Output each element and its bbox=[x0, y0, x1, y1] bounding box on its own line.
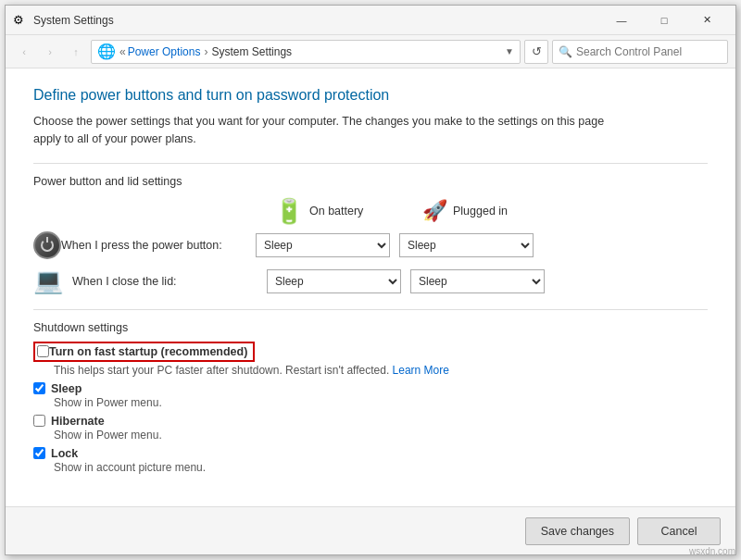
fast-startup-label: Turn on fast startup (recommended) bbox=[49, 345, 247, 358]
minimize-button[interactable]: — bbox=[600, 6, 643, 35]
window-title: System Settings bbox=[33, 14, 600, 27]
breadcrumb-globe-icon: 🌐 bbox=[97, 43, 116, 60]
header-plugged: 🚀 Plugged in bbox=[422, 197, 571, 226]
hibernate-row: Hibernate Show in Power menu. bbox=[33, 415, 708, 442]
breadcrumb-current: System Settings bbox=[211, 45, 292, 58]
back-button[interactable]: ‹ bbox=[13, 41, 35, 63]
page-heading: Define power buttons and turn on passwor… bbox=[33, 87, 708, 104]
fast-startup-checkbox[interactable] bbox=[37, 345, 49, 357]
hibernate-description: Show in Power menu. bbox=[54, 429, 708, 442]
breadcrumb-dropdown-button[interactable]: ▼ bbox=[505, 46, 514, 56]
sleep-label: Sleep bbox=[51, 382, 82, 395]
power-button-row: When I press the power button: Do nothin… bbox=[33, 231, 708, 259]
breadcrumb-separator: › bbox=[204, 45, 207, 58]
power-button-plugged-select[interactable]: Do nothing Sleep Hibernate Shut down bbox=[399, 233, 534, 257]
lid-row: 💻 When I close the lid: Do nothing Sleep… bbox=[33, 267, 708, 296]
forward-button[interactable]: › bbox=[39, 41, 61, 63]
section-divider-shutdown bbox=[33, 309, 708, 310]
power-button-label: When I press the power button: bbox=[61, 239, 256, 252]
close-button[interactable]: ✕ bbox=[685, 6, 728, 35]
lid-icon-container: 💻 bbox=[33, 267, 63, 296]
breadcrumb-prefix: « bbox=[119, 45, 126, 58]
sleep-description: Show in Power menu. bbox=[54, 396, 708, 409]
power-icon-inner bbox=[41, 239, 54, 252]
breadcrumb-power-link[interactable]: Power Options bbox=[128, 45, 201, 58]
lid-icon: 💻 bbox=[33, 267, 63, 295]
save-changes-button[interactable]: Save changes bbox=[525, 517, 630, 545]
sleep-row: Sleep Show in Power menu. bbox=[33, 382, 708, 409]
sleep-checkbox[interactable] bbox=[33, 382, 45, 394]
battery-icon: 🔋 bbox=[274, 197, 304, 226]
hibernate-checkbox[interactable] bbox=[33, 415, 45, 427]
fast-startup-highlight: Turn on fast startup (recommended) bbox=[33, 342, 255, 362]
hibernate-label: Hibernate bbox=[51, 415, 105, 428]
lid-battery-select[interactable]: Do nothing Sleep Hibernate Shut down bbox=[267, 269, 401, 293]
fast-startup-container: Turn on fast startup (recommended) This … bbox=[33, 342, 708, 377]
power-button-icon bbox=[33, 231, 61, 259]
header-battery-label: On battery bbox=[309, 205, 363, 218]
fast-startup-description: This helps start your PC faster after sh… bbox=[54, 364, 708, 377]
address-bar: ‹ › ↑ 🌐 « Power Options › System Setting… bbox=[6, 35, 735, 68]
lock-description: Show in account picture menu. bbox=[54, 461, 708, 474]
breadcrumb-bar: 🌐 « Power Options › System Settings ▼ bbox=[91, 40, 521, 64]
lock-row: Lock Show in account picture menu. bbox=[33, 447, 708, 474]
footer: Save changes Cancel bbox=[6, 506, 735, 554]
shutdown-section: Shutdown settings Turn on fast startup (… bbox=[33, 309, 708, 474]
up-button[interactable]: ↑ bbox=[65, 41, 87, 63]
section-divider-power bbox=[33, 163, 708, 164]
maximize-button[interactable]: □ bbox=[643, 6, 685, 35]
search-input[interactable] bbox=[576, 45, 722, 58]
main-window: ⚙ System Settings — □ ✕ ‹ › ↑ 🌐 « Power … bbox=[5, 5, 736, 555]
plug-icon: 🚀 bbox=[422, 199, 447, 223]
power-button-battery-select[interactable]: Do nothing Sleep Hibernate Shut down bbox=[256, 233, 390, 257]
refresh-button[interactable]: ↺ bbox=[524, 40, 548, 64]
header-plugged-label: Plugged in bbox=[453, 205, 508, 218]
content-area: Define power buttons and turn on passwor… bbox=[6, 68, 735, 506]
search-icon: 🔍 bbox=[559, 45, 572, 58]
power-button-dropdowns: Do nothing Sleep Hibernate Shut down Do … bbox=[256, 233, 534, 257]
power-table-header: 🔋 On battery 🚀 Plugged in bbox=[274, 197, 708, 226]
title-bar: ⚙ System Settings — □ ✕ bbox=[6, 6, 735, 35]
page-description: Choose the power settings that you want … bbox=[33, 113, 626, 148]
lock-label: Lock bbox=[51, 447, 78, 460]
lock-checkbox[interactable] bbox=[33, 447, 45, 459]
shutdown-section-label: Shutdown settings bbox=[33, 321, 708, 334]
header-battery: 🔋 On battery bbox=[274, 197, 422, 226]
watermark: wsxdn.com bbox=[689, 546, 735, 556]
section-label-power: Power button and lid settings bbox=[33, 175, 708, 188]
title-bar-controls: — □ ✕ bbox=[600, 6, 728, 35]
lid-dropdowns: Do nothing Sleep Hibernate Shut down Do … bbox=[267, 269, 545, 293]
cancel-button[interactable]: Cancel bbox=[637, 517, 721, 545]
lid-plugged-select[interactable]: Do nothing Sleep Hibernate Shut down bbox=[410, 269, 545, 293]
lid-label: When I close the lid: bbox=[72, 275, 267, 288]
search-bar: 🔍 bbox=[552, 40, 728, 64]
learn-more-link[interactable]: Learn More bbox=[393, 364, 449, 377]
window-icon: ⚙ bbox=[13, 13, 28, 28]
